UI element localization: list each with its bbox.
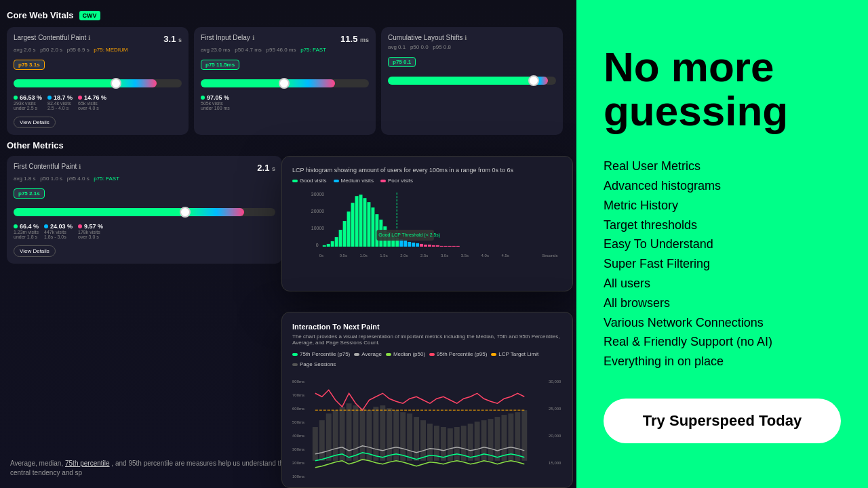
svg-text:25,000: 25,000 [549, 407, 561, 411]
inp-legend-avg: Average [354, 351, 382, 357]
cls-name: Cumulative Layout Shifts ℹ [388, 34, 467, 41]
inp-legend-sessions: Page Sessions [292, 361, 336, 367]
lcp-stat3-pct: 14.76 % [78, 94, 106, 101]
svg-text:800ms: 800ms [292, 380, 304, 384]
inp-legend-p95-label: 95th Percentile (p95) [437, 351, 487, 357]
svg-rect-65 [319, 420, 325, 461]
inp-legend-median: Median (p50) [386, 351, 425, 357]
legend-good-label: Good visits [300, 178, 327, 184]
lcp-stat1-detail: 293k visitsunder 2.5 s [14, 101, 42, 110]
svg-rect-11 [351, 203, 355, 247]
lcp-stat2-detail: 82.4k visits2.5 - 4.0 s [47, 101, 73, 110]
lcp-stat2: 18.7 % 82.4k visits2.5 - 4.0 s [47, 94, 73, 110]
lcp-progress [14, 79, 182, 87]
svg-rect-30 [428, 245, 431, 247]
fid-card: First Input Delay ℹ 11.5 ms avg 23.0 ms … [194, 27, 376, 135]
inp-chart-title: Interaction To Next Paint [292, 323, 562, 331]
svg-text:4.0s: 4.0s [481, 253, 489, 258]
fcp-stat2: 24.03 % 447k visits1.8s - 3.0s [44, 223, 73, 239]
svg-rect-67 [333, 410, 338, 461]
lcp-name: Largest Contentful Paint ℹ [14, 34, 90, 41]
cwv-header: Core Web Vitals CWV [7, 10, 563, 20]
lcp-stats: 66.53 % 293k visitsunder 2.5 s 18.7 % 82… [14, 94, 182, 110]
fid-progress [201, 79, 369, 87]
inp-legend-avg-label: Average [361, 351, 382, 357]
svg-text:15,000: 15,000 [549, 461, 561, 465]
svg-text:0s: 0s [319, 253, 323, 258]
svg-text:500ms: 500ms [292, 420, 304, 424]
percentile-link[interactable]: 75th percentile [65, 460, 110, 467]
lcp-card: Largest Contentful Paint ℹ 3.1 s avg 2.6… [7, 27, 189, 135]
feature-11: Everything in on place [604, 352, 841, 371]
other-metrics-title: Other Metrics [7, 140, 563, 150]
svg-rect-28 [420, 244, 423, 247]
svg-text:30000: 30000 [311, 192, 324, 197]
inp-legend-median-label: Median (p50) [393, 351, 425, 357]
svg-rect-26 [412, 243, 415, 247]
inp-legend-p75-label: 75th Percentile (p75) [300, 351, 350, 357]
svg-rect-85 [454, 427, 460, 461]
svg-rect-92 [501, 415, 507, 461]
inp-legend-target: LCP Target Limit [491, 351, 538, 357]
bottom-text-content: Average, median, 75th percentile , and 9… [10, 460, 287, 476]
cwv-title: Core Web Vitals [7, 10, 74, 20]
fid-bar [201, 79, 335, 87]
lcp-subtext: avg 2.6 s p50 2.0 s p95 6.9 s p75: MEDIU… [14, 47, 182, 53]
headline-line1: No more [604, 43, 774, 90]
svg-rect-83 [441, 427, 446, 461]
svg-text:Seconds: Seconds [542, 253, 557, 258]
svg-rect-6 [331, 241, 334, 247]
svg-rect-79 [414, 417, 419, 461]
fcp-name: First Contentful Paint ℹ [14, 163, 81, 170]
fcp-stat3: 9.57 % 178k visitsover 3.0 s [78, 223, 103, 239]
fid-p75-badge: p75 11.5ms [201, 60, 239, 70]
lcp-view-details-button[interactable]: View Details [14, 117, 56, 128]
svg-rect-31 [432, 245, 435, 247]
svg-text:3.0s: 3.0s [441, 253, 448, 258]
svg-rect-16 [371, 207, 374, 247]
lcp-value: 3.1 s [163, 34, 182, 44]
inp-legend-p75-dot [292, 353, 298, 356]
inp-legend-p95: 95th Percentile (p95) [429, 351, 487, 357]
histogram-overlay: LCP histogram showing amount of users fo… [281, 156, 573, 291]
fcp-stat2-pct: 24.03 % [44, 223, 73, 230]
lcp-thumb [111, 78, 121, 89]
fcp-stat1-pct: 66.4 % [14, 223, 39, 230]
svg-rect-69 [347, 403, 352, 461]
lcp-stat3-detail: 65k visitsover 4.0 s [78, 101, 106, 110]
legend-medium: Medium visits [334, 178, 374, 184]
svg-rect-73 [373, 407, 378, 461]
svg-rect-91 [495, 417, 500, 461]
legend-poor: Poor visits [380, 178, 413, 184]
inp-legend-target-dot [491, 353, 496, 356]
left-panel: Core Web Vitals CWV Largest Contentful P… [0, 0, 576, 488]
lcp-bar [14, 79, 157, 87]
svg-rect-9 [343, 221, 347, 247]
cta-button[interactable]: Try Superspeed Today [604, 399, 841, 443]
cwv-badge: CWV [79, 11, 100, 20]
cls-header: Cumulative Layout Shifts ℹ [388, 34, 556, 41]
feature-10: Real & Friendly Support (no AI) [604, 332, 841, 352]
bottom-description: Average, median, 75th percentile , and 9… [10, 459, 295, 478]
fcp-view-details-button[interactable]: View Details [14, 245, 56, 257]
feature-4: Target thresholds [604, 216, 841, 235]
fcp-value: 2.1 s [257, 163, 275, 173]
feature-1: Real User Metrics [604, 157, 841, 176]
cls-thumb [528, 75, 539, 86]
fid-header: First Input Delay ℹ 11.5 ms [201, 34, 369, 44]
svg-rect-12 [355, 196, 359, 247]
svg-rect-8 [339, 230, 342, 247]
lcp-stat1-pct: 66.53 % [14, 94, 42, 101]
inp-overlay: Interaction To Next Paint The chart prov… [281, 312, 573, 488]
legend-poor-label: Poor visits [388, 178, 413, 184]
right-panel: No more guessing Real User Metrics Advan… [576, 0, 868, 488]
svg-text:400ms: 400ms [292, 434, 304, 438]
svg-rect-34 [444, 246, 448, 247]
fcp-p75-badge: p75 2.1s [14, 188, 45, 199]
svg-rect-7 [335, 237, 338, 247]
svg-rect-87 [468, 424, 473, 461]
fid-stats: 97.05 % 505k visitsunder 100 ms [201, 94, 369, 110]
svg-text:700ms: 700ms [292, 393, 304, 397]
svg-rect-68 [340, 407, 345, 461]
svg-text:3.5s: 3.5s [461, 253, 469, 258]
